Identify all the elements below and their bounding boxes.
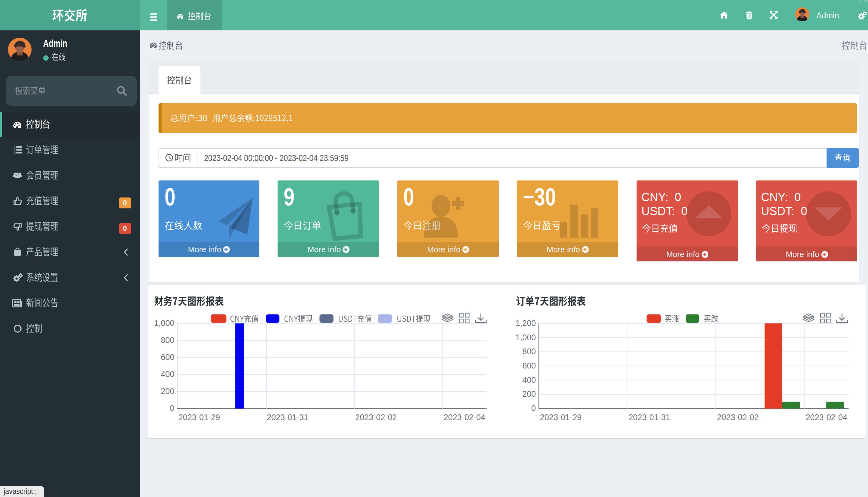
svg-text:2023-02-02: 2023-02-02 — [355, 413, 397, 422]
svg-text:1,000: 1,000 — [154, 318, 174, 327]
svg-text:200: 200 — [161, 386, 174, 396]
svg-text:800: 800 — [522, 346, 536, 356]
svg-text:800: 800 — [161, 336, 174, 344]
svg-text:600: 600 — [161, 352, 174, 361]
svg-text:0: 0 — [170, 403, 174, 413]
svg-text:2023-02-02: 2023-02-02 — [717, 413, 759, 422]
svg-text:2023-01-29: 2023-01-29 — [540, 413, 582, 422]
svg-text:2023-01-29: 2023-01-29 — [178, 413, 220, 422]
svg-text:3: 3 — [14, 152, 15, 155]
svg-text:2023-02-04: 2023-02-04 — [806, 413, 847, 422]
svg-text:2023-01-31: 2023-01-31 — [628, 413, 670, 422]
svg-text:200: 200 — [522, 389, 536, 398]
svg-text:400: 400 — [522, 375, 536, 384]
svg-text:1,000: 1,000 — [516, 333, 536, 342]
svg-text:0: 0 — [532, 403, 536, 413]
svg-text:1,200: 1,200 — [516, 318, 536, 327]
svg-text:2023-02-04: 2023-02-04 — [444, 413, 485, 422]
svg-text:2023-01-31: 2023-01-31 — [267, 413, 308, 422]
svg-text:400: 400 — [161, 369, 174, 379]
svg-text:600: 600 — [522, 361, 536, 370]
